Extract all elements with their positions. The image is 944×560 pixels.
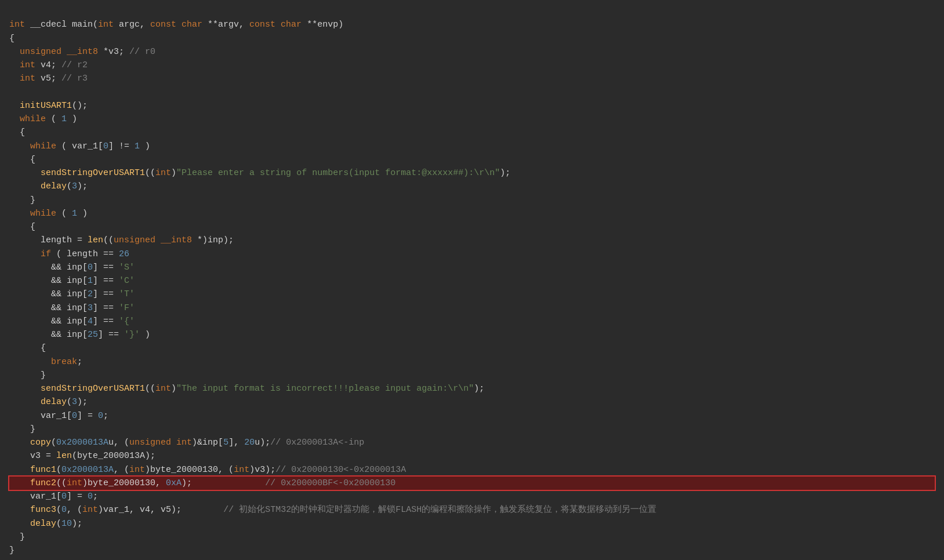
code-line: }: [9, 194, 935, 207]
code-line: delay(3);: [9, 395, 935, 409]
code-line: && inp[3] == 'F': [9, 301, 935, 315]
code-line: && inp[4] == '{': [9, 315, 935, 328]
code-line: copy(0x2000013Au, (unsigned int)&inp[5],…: [9, 436, 935, 449]
code-line: sendStringOverUSART1((int)"Please enter …: [9, 166, 935, 180]
code-line: int v5; // r3: [9, 72, 935, 85]
code-line: && inp[1] == 'C': [9, 274, 935, 288]
code-line: delay(3);: [9, 180, 935, 193]
code-line: }: [9, 423, 935, 436]
code-line: unsigned __int8 *v3; // r0: [9, 45, 935, 59]
code-line: [9, 86, 935, 99]
code-line: {: [9, 32, 935, 45]
code-line: }: [9, 530, 935, 544]
code-line: && inp[2] == 'T': [9, 288, 935, 301]
code-line: && inp[25] == '}' ): [9, 328, 935, 341]
code-line: length = len((unsigned __int8 *)inp);: [9, 234, 935, 247]
code-line: while ( 1 ): [9, 207, 935, 220]
code-line: {: [9, 220, 935, 234]
code-line: sendStringOverUSART1((int)"The input for…: [9, 382, 935, 395]
code-line: && inp[0] == 'S': [9, 261, 935, 274]
code-line: }: [9, 544, 935, 557]
code-line: func3(0, (int)var_1, v4, v5); // 初始化STM3…: [9, 503, 935, 517]
code-line: func1(0x2000013A, (int)byte_20000130, (i…: [9, 463, 935, 477]
code-line: var_1[0] = 0;: [9, 409, 935, 423]
code-line: int v4; // r2: [9, 59, 935, 72]
code-line: var_1[0] = 0;: [9, 490, 935, 503]
code-line: {: [9, 153, 935, 166]
code-line: delay(10);: [9, 517, 935, 530]
code-line: while ( var_1[0] != 1 ): [9, 140, 935, 153]
code-line: initUSART1();: [9, 99, 935, 112]
code-line: break;: [9, 355, 935, 369]
code-view: int __cdecl main(int argc, const char **…: [9, 5, 935, 557]
code-line: while ( 1 ): [9, 112, 935, 126]
code-line: if ( length == 26: [9, 248, 935, 261]
code-line: }: [9, 369, 935, 382]
code-line: v3 = len(byte_2000013A);: [9, 449, 935, 463]
code-line: func2((int)byte_20000130, 0xA); // 0x200…: [9, 477, 935, 490]
code-line: int __cdecl main(int argc, const char **…: [9, 18, 935, 31]
code-line: {: [9, 341, 935, 355]
code-line: {: [9, 126, 935, 139]
